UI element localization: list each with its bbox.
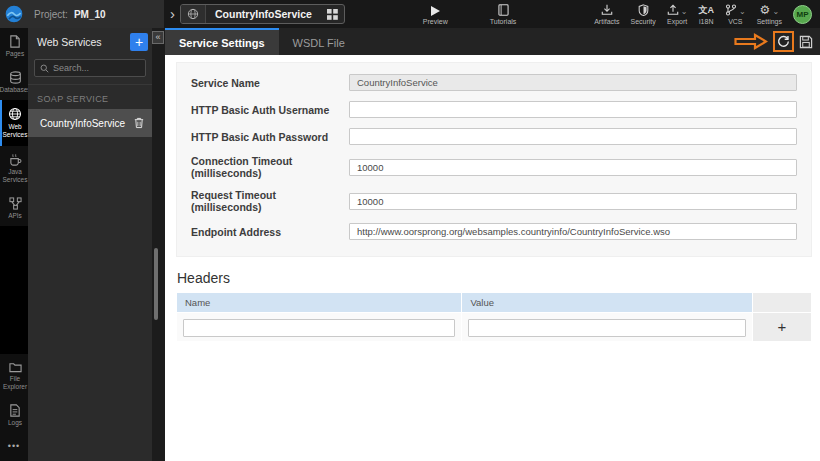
breadcrumb-chevron-icon: › [170,5,175,22]
project-label: Project: [34,9,68,20]
top-bar: Project: PM_10 › CountryInfoService Prev… [0,0,820,28]
headers-table-row: + [177,313,811,341]
play-icon [431,4,440,16]
tutorials-label: Tutorials [490,18,517,25]
http-basic-auth-username-input[interactable] [349,101,797,118]
security-button[interactable]: Security [631,4,656,25]
sidebar-item-databases[interactable]: Databases [0,64,28,100]
vcs-button[interactable]: ⌄ VCS [725,4,746,25]
main-area: Service Settings WSDL File Servi [165,28,820,461]
tab-wsdl-file[interactable]: WSDL File [279,28,359,55]
chevron-down-icon: ⌄ [739,8,746,16]
column-header-name: Name [177,293,461,312]
http-basic-auth-password-input[interactable] [349,128,797,145]
refresh-icon [777,35,790,48]
refresh-service-button[interactable] [777,35,790,48]
user-avatar[interactable]: MP [793,5,812,24]
i18n-button[interactable]: 文A i18N [699,4,715,25]
rail-spacer [0,226,28,354]
service-name-input [349,74,797,91]
globe-icon [181,5,206,23]
top-bar-left: Project: PM_10 [0,0,164,28]
panel-title: Web Services [37,36,130,48]
service-settings-form: Service Name HTTP Basic Auth Username HT… [176,62,812,257]
field-label-password: HTTP Basic Auth Password [191,131,349,143]
upload-icon [667,4,679,16]
preview-label: Preview [423,18,448,25]
sidebar-item-pages[interactable]: Pages [0,28,28,64]
headers-table-header-row: Name Value [177,293,811,312]
i18n-label: i18N [699,18,713,25]
preview-button[interactable]: Preview [423,4,448,25]
security-label: Security [631,18,656,25]
sidebar-item-java-services[interactable]: Java Services [0,146,28,190]
web-services-icon [8,107,22,121]
download-icon [601,4,613,16]
translate-icon: 文A [699,4,715,16]
tab-service-settings[interactable]: Service Settings [165,28,279,55]
collapse-panel-button[interactable]: « [152,31,164,44]
sidebar-item-web-services[interactable]: Web Services [0,100,28,145]
delete-service-button[interactable] [134,117,144,129]
sidebar-item-file-explorer[interactable]: File Explorer [0,354,28,397]
header-name-input[interactable] [183,319,455,337]
vcs-label: VCS [728,18,742,25]
apis-icon [9,197,22,210]
field-label-username: HTTP Basic Auth Username [191,104,349,116]
logs-icon [9,404,21,417]
scrollbar-thumb[interactable] [154,248,158,320]
service-list-item[interactable]: CountryInfoService [28,109,152,137]
field-label-service-name: Service Name [191,77,349,89]
top-bar-right: Artifacts Security ⌄ Export 文A i18N ⌄ VC… [594,4,820,25]
request-timeout-input[interactable] [349,193,797,210]
headers-table: Name Value + [176,292,812,342]
git-branch-icon [725,4,737,16]
tutorials-button[interactable]: Tutorials [490,4,517,25]
web-services-panel: Web Services + SOAP SERVICE CountryInfoS… [28,28,152,461]
pages-icon [9,35,21,48]
add-service-button[interactable]: + [130,33,148,51]
panel-gutter: « [152,28,165,461]
chevron-down-icon: ⌄ [772,8,779,16]
header-value-input[interactable] [468,319,746,337]
column-header-value: Value [462,293,752,312]
service-search[interactable] [34,59,146,77]
app-logo[interactable] [0,0,28,28]
export-label: Export [667,18,687,25]
search-input[interactable] [53,63,140,73]
top-bar-center: Preview Tutorials [423,4,517,25]
field-label-request-timeout: Request Timeout (milliseconds) [191,189,349,213]
artifacts-button[interactable]: Artifacts [594,4,619,25]
settings-label: Settings [757,18,782,25]
folder-icon [9,361,22,373]
add-header-button[interactable]: + [753,313,811,341]
headers-section-title: Headers [177,270,812,286]
tab-bar: Service Settings WSDL File [165,28,820,55]
annotation-highlight-box [773,31,794,52]
column-header-actions [753,293,811,312]
chevron-down-icon: ⌄ [681,8,688,16]
sidebar-item-apis[interactable]: APIs [0,190,28,226]
database-icon [9,71,22,84]
connection-timeout-input[interactable] [349,159,797,176]
service-chip-label: CountryInfoService [206,8,321,20]
grid-icon[interactable] [321,9,344,20]
service-item-label: CountryInfoService [40,118,125,129]
field-label-connection-timeout: Connection Timeout (milliseconds) [191,155,349,179]
settings-button[interactable]: ⚙ ⌄ Settings [757,4,782,25]
trash-icon [134,117,144,129]
artifacts-label: Artifacts [594,18,619,25]
tutorials-icon [498,4,509,16]
endpoint-address-input[interactable] [349,223,797,240]
more-options-button[interactable]: ••• [0,433,28,461]
search-icon [40,64,49,73]
service-breadcrumb-chip[interactable]: CountryInfoService [180,4,345,24]
save-button[interactable] [799,35,813,49]
left-nav-rail: Pages Databases Web Services Java Servic… [0,28,28,461]
export-button[interactable]: ⌄ Export [667,4,688,25]
gear-icon: ⚙ [760,4,771,16]
service-settings-content: Service Name HTTP Basic Auth Username HT… [165,55,820,461]
wavemaker-logo-icon [4,4,24,24]
sidebar-item-logs[interactable]: Logs [0,397,28,433]
field-label-endpoint-address: Endpoint Address [191,226,349,238]
